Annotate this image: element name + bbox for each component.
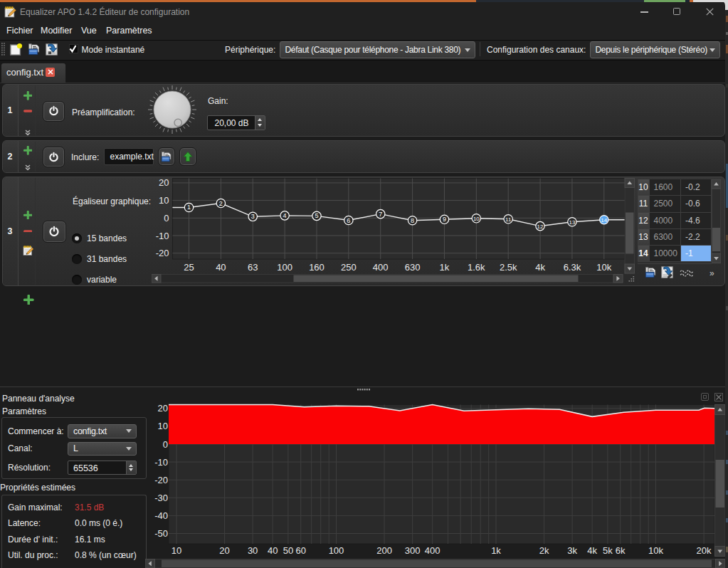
svg-text:8: 8 — [411, 217, 414, 224]
svg-text:40: 40 — [216, 262, 226, 273]
svg-text:10k: 10k — [648, 545, 663, 556]
svg-text:300: 300 — [405, 545, 421, 556]
svg-text:100: 100 — [277, 262, 292, 273]
svg-text:400: 400 — [425, 545, 441, 556]
svg-text:200: 200 — [376, 545, 392, 556]
svg-text:10: 10 — [473, 216, 479, 222]
svg-text:5: 5 — [315, 212, 318, 219]
svg-text:20: 20 — [159, 178, 169, 188]
svg-text:40: 40 — [268, 545, 278, 556]
svg-text:400: 400 — [372, 262, 388, 273]
svg-text:-20: -20 — [155, 248, 169, 258]
svg-text:0: 0 — [163, 439, 168, 450]
svg-text:250: 250 — [340, 262, 356, 273]
svg-text:12: 12 — [537, 223, 543, 230]
svg-text:-40: -40 — [154, 510, 168, 521]
svg-text:-20: -20 — [154, 475, 168, 485]
svg-text:2k: 2k — [539, 545, 549, 556]
svg-text:3: 3 — [250, 213, 254, 220]
svg-text:4k: 4k — [587, 545, 597, 556]
svg-text:6: 6 — [347, 217, 350, 224]
svg-text:1k: 1k — [439, 262, 449, 273]
svg-text:-10: -10 — [155, 231, 169, 241]
svg-text:6.3k: 6.3k — [563, 262, 581, 273]
svg-text:10k: 10k — [596, 262, 611, 273]
svg-text:25: 25 — [184, 262, 194, 273]
svg-text:4: 4 — [283, 212, 286, 219]
svg-text:10: 10 — [172, 545, 181, 556]
svg-text:9: 9 — [442, 216, 445, 223]
svg-text:7: 7 — [379, 211, 382, 218]
svg-text:4k: 4k — [535, 262, 545, 273]
svg-text:10: 10 — [158, 421, 168, 431]
svg-text:6k: 6k — [616, 545, 626, 556]
svg-text:63: 63 — [248, 262, 258, 273]
svg-text:3k: 3k — [567, 545, 577, 556]
svg-text:20k: 20k — [697, 545, 712, 556]
svg-text:2: 2 — [218, 200, 222, 207]
svg-text:14: 14 — [601, 217, 607, 223]
svg-text:1k: 1k — [491, 545, 501, 556]
svg-text:20: 20 — [219, 545, 229, 556]
svg-text:5k: 5k — [603, 545, 613, 556]
svg-text:100: 100 — [329, 545, 344, 556]
svg-text:50: 50 — [283, 545, 293, 556]
svg-text:1: 1 — [186, 204, 190, 211]
svg-text:0: 0 — [164, 213, 169, 223]
svg-text:30: 30 — [248, 545, 258, 556]
svg-text:2.5k: 2.5k — [499, 262, 517, 273]
svg-text:11: 11 — [505, 216, 512, 223]
svg-text:60: 60 — [295, 545, 305, 556]
svg-text:-30: -30 — [154, 493, 168, 503]
svg-text:630: 630 — [404, 262, 420, 273]
svg-text:160: 160 — [309, 262, 325, 273]
svg-text:-10: -10 — [154, 457, 168, 468]
svg-text:20: 20 — [158, 403, 168, 414]
svg-text:1.6k: 1.6k — [468, 262, 485, 273]
svg-text:10: 10 — [159, 195, 169, 206]
svg-text:-50: -50 — [154, 528, 168, 539]
svg-text:13: 13 — [569, 219, 575, 226]
